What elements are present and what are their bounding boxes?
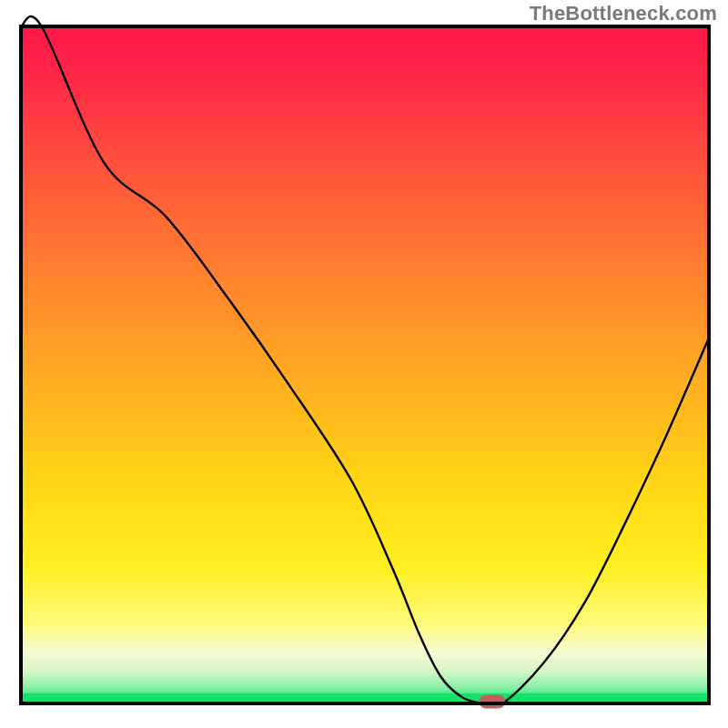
bottleneck-chart [0,0,728,728]
chart-stage: TheBottleneck.com [0,0,728,728]
chart-green-baseline [23,693,707,702]
chart-background-gradient [23,28,707,702]
